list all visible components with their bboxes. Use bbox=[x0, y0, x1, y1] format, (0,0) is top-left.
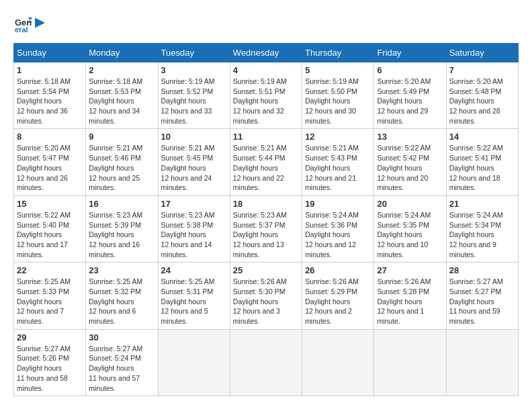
calendar-day-cell: 19 Sunrise: 5:24 AM Sunset: 5:36 PM Dayl… bbox=[302, 195, 374, 262]
daylight-label: Daylight hours bbox=[89, 97, 134, 105]
logo: Gen eral ▶ bbox=[13, 13, 44, 32]
day-number: 8 bbox=[17, 132, 83, 142]
day-number: 2 bbox=[89, 65, 154, 75]
sunrise-label: Sunrise: 5:25 AM bbox=[89, 277, 142, 285]
day-number: 9 bbox=[89, 132, 154, 142]
sunset-label: Sunset: 5:29 PM bbox=[305, 287, 357, 295]
sunset-label: Sunset: 5:38 PM bbox=[161, 221, 214, 229]
calendar-day-cell: 13 Sunrise: 5:22 AM Sunset: 5:42 PM Dayl… bbox=[374, 129, 446, 195]
daylight-duration: 12 hours and 33 minutes. bbox=[161, 107, 212, 125]
daylight-duration: 12 hours and 25 minutes. bbox=[89, 174, 140, 192]
day-number: 27 bbox=[377, 265, 443, 275]
day-number: 28 bbox=[449, 265, 515, 275]
calendar-day-cell: 27 Sunrise: 5:26 AM Sunset: 5:28 PM Dayl… bbox=[374, 263, 446, 329]
sunset-label: Sunset: 5:54 PM bbox=[17, 87, 69, 95]
daylight-label: Daylight hours bbox=[305, 298, 350, 306]
sunset-label: Sunset: 5:40 PM bbox=[17, 221, 69, 229]
daylight-label: Daylight hours bbox=[305, 97, 350, 105]
sunrise-label: Sunrise: 5:23 AM bbox=[89, 211, 142, 219]
daylight-label: Daylight hours bbox=[17, 97, 62, 105]
calendar-day-cell: 14 Sunrise: 5:22 AM Sunset: 5:41 PM Dayl… bbox=[446, 129, 518, 195]
daylight-label: Daylight hours bbox=[89, 230, 134, 238]
sunset-label: Sunset: 5:34 PM bbox=[449, 221, 502, 229]
daylight-duration: 12 hours and 29 minutes. bbox=[377, 107, 428, 125]
svg-text:eral: eral bbox=[15, 26, 28, 32]
calendar-day-cell: 4 Sunrise: 5:19 AM Sunset: 5:51 PM Dayli… bbox=[230, 62, 302, 129]
calendar-day-cell: 5 Sunrise: 5:19 AM Sunset: 5:50 PM Dayli… bbox=[302, 62, 374, 129]
weekday-header-tuesday: Tuesday bbox=[158, 44, 230, 62]
daylight-label: Daylight hours bbox=[161, 298, 206, 306]
sunset-label: Sunset: 5:51 PM bbox=[233, 87, 285, 95]
daylight-duration: 12 hours and 10 minutes. bbox=[377, 240, 428, 259]
sunrise-label: Sunrise: 5:24 AM bbox=[377, 211, 431, 219]
daylight-label: Daylight hours bbox=[377, 298, 422, 306]
calendar-day-cell: 12 Sunrise: 5:21 AM Sunset: 5:43 PM Dayl… bbox=[302, 129, 374, 195]
calendar-day-cell: 29 Sunrise: 5:27 AM Sunset: 5:26 PM Dayl… bbox=[14, 329, 86, 396]
sunset-label: Sunset: 5:48 PM bbox=[449, 87, 502, 95]
daylight-duration: 12 hours and 30 minutes. bbox=[305, 107, 356, 125]
sunrise-label: Sunrise: 5:23 AM bbox=[233, 211, 287, 219]
daylight-duration: 12 hours and 5 minutes. bbox=[161, 307, 208, 325]
calendar-day-cell: 30 Sunrise: 5:27 AM Sunset: 5:24 PM Dayl… bbox=[86, 329, 158, 396]
day-number: 20 bbox=[377, 199, 443, 209]
weekday-header-sunday: Sunday bbox=[14, 44, 86, 62]
sunset-label: Sunset: 5:28 PM bbox=[377, 287, 429, 295]
day-number: 1 bbox=[17, 65, 83, 75]
sunset-label: Sunset: 5:30 PM bbox=[233, 287, 285, 295]
daylight-label: Daylight hours bbox=[233, 298, 278, 306]
daylight-duration: 11 hours and 58 minutes. bbox=[17, 374, 68, 392]
daylight-duration: 12 hours and 1 minute. bbox=[377, 307, 424, 325]
sunrise-label: Sunrise: 5:27 AM bbox=[89, 345, 142, 353]
day-info: Sunrise: 5:23 AM Sunset: 5:39 PM Dayligh… bbox=[89, 210, 154, 259]
day-info: Sunrise: 5:22 AM Sunset: 5:41 PM Dayligh… bbox=[449, 143, 515, 192]
calendar-day-cell: 16 Sunrise: 5:23 AM Sunset: 5:39 PM Dayl… bbox=[86, 195, 158, 262]
daylight-label: Daylight hours bbox=[377, 97, 422, 105]
sunrise-label: Sunrise: 5:22 AM bbox=[17, 211, 71, 219]
daylight-duration: 11 hours and 57 minutes. bbox=[89, 374, 140, 392]
sunset-label: Sunset: 5:43 PM bbox=[305, 154, 357, 162]
daylight-label: Daylight hours bbox=[377, 164, 422, 172]
daylight-label: Daylight hours bbox=[233, 164, 278, 172]
sunset-label: Sunset: 5:35 PM bbox=[377, 221, 429, 229]
day-number: 5 bbox=[305, 65, 371, 75]
sunrise-label: Sunrise: 5:20 AM bbox=[17, 144, 71, 152]
sunrise-label: Sunrise: 5:20 AM bbox=[449, 77, 503, 85]
day-info: Sunrise: 5:27 AM Sunset: 5:24 PM Dayligh… bbox=[89, 344, 154, 393]
day-info: Sunrise: 5:20 AM Sunset: 5:47 PM Dayligh… bbox=[17, 143, 83, 192]
logo-icon: Gen eral bbox=[13, 13, 32, 32]
day-number: 30 bbox=[89, 332, 154, 342]
day-number: 13 bbox=[377, 132, 443, 142]
daylight-duration: 12 hours and 32 minutes. bbox=[233, 107, 284, 125]
weekday-header-monday: Monday bbox=[86, 44, 158, 62]
sunrise-label: Sunrise: 5:25 AM bbox=[17, 277, 71, 285]
daylight-duration: 12 hours and 2 minutes. bbox=[305, 307, 352, 325]
daylight-duration: 12 hours and 6 minutes. bbox=[89, 307, 136, 325]
calendar-week-row: 8 Sunrise: 5:20 AM Sunset: 5:47 PM Dayli… bbox=[14, 129, 519, 195]
sunrise-label: Sunrise: 5:21 AM bbox=[233, 144, 287, 152]
sunset-label: Sunset: 5:46 PM bbox=[89, 154, 141, 162]
sunset-label: Sunset: 5:26 PM bbox=[17, 354, 69, 362]
calendar-day-cell: 9 Sunrise: 5:21 AM Sunset: 5:46 PM Dayli… bbox=[86, 129, 158, 195]
daylight-label: Daylight hours bbox=[233, 230, 278, 238]
day-number: 23 bbox=[89, 265, 154, 275]
daylight-label: Daylight hours bbox=[377, 230, 422, 238]
sunset-label: Sunset: 5:47 PM bbox=[17, 154, 69, 162]
empty-cell bbox=[230, 329, 302, 396]
day-info: Sunrise: 5:21 AM Sunset: 5:44 PM Dayligh… bbox=[233, 143, 299, 192]
daylight-duration: 12 hours and 9 minutes. bbox=[449, 240, 496, 259]
day-number: 26 bbox=[305, 265, 371, 275]
sunset-label: Sunset: 5:50 PM bbox=[305, 87, 357, 95]
daylight-duration: 12 hours and 34 minutes. bbox=[89, 107, 140, 125]
day-number: 19 bbox=[305, 199, 371, 209]
daylight-duration: 12 hours and 21 minutes. bbox=[305, 174, 356, 192]
daylight-duration: 12 hours and 3 minutes. bbox=[233, 307, 280, 325]
sunset-label: Sunset: 5:49 PM bbox=[377, 87, 429, 95]
sunrise-label: Sunrise: 5:24 AM bbox=[305, 211, 359, 219]
daylight-duration: 12 hours and 26 minutes. bbox=[17, 174, 68, 192]
daylight-label: Daylight hours bbox=[449, 164, 494, 172]
daylight-label: Daylight hours bbox=[89, 298, 134, 306]
daylight-label: Daylight hours bbox=[449, 97, 494, 105]
daylight-duration: 12 hours and 16 minutes. bbox=[89, 240, 140, 259]
day-number: 6 bbox=[377, 65, 443, 75]
calendar-day-cell: 22 Sunrise: 5:25 AM Sunset: 5:33 PM Dayl… bbox=[14, 263, 86, 329]
